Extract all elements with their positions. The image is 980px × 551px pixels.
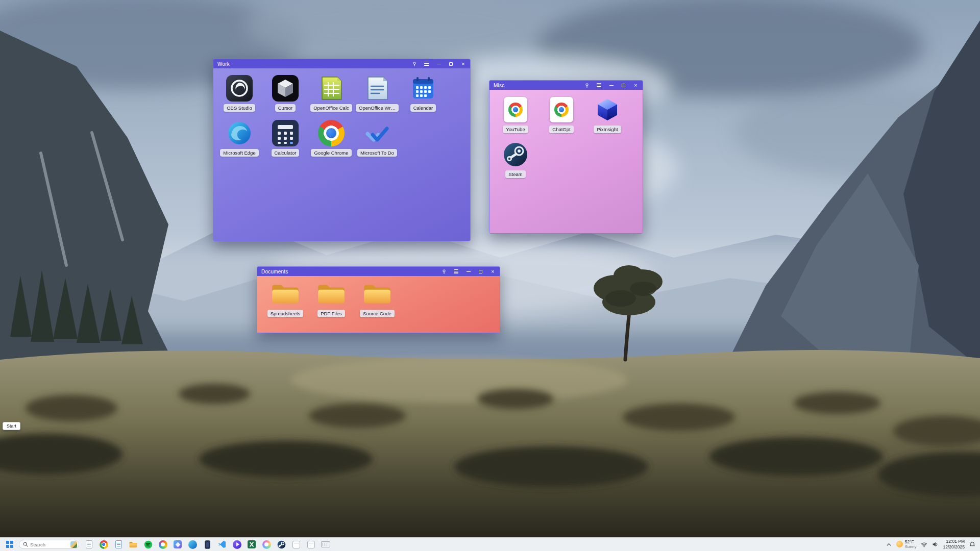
folder-spreadsheets[interactable]: Spreadsheets [262,279,308,324]
window-title: Documents [261,269,288,274]
weather-widget[interactable]: 52°F Sunny [896,540,917,549]
volume-icon[interactable] [932,541,938,547]
shortcut-calculator[interactable]: Calculator [262,118,308,163]
openoffice-writer-icon [364,73,390,103]
folder-icon [315,279,347,309]
pin-icon[interactable] [411,60,418,67]
clock[interactable]: 12:01 PM 12/20/2025 [943,539,965,549]
shortcut-label: PixInsight [594,126,621,133]
taskbar-spotify-icon[interactable] [143,539,153,549]
shortcut-google-chrome[interactable]: Google Chrome [308,118,354,163]
web-shortcut-icon [504,95,527,124]
window-documents[interactable]: Documents × Spreadsheets PDF Files [257,266,500,333]
system-tray: 52°F Sunny 12:01 PM 12/20/2025 [886,539,977,549]
taskbar-touch-keyboard-icon[interactable] [321,539,331,549]
search-icon [23,542,28,547]
taskbar-paint-icon[interactable] [158,539,168,549]
shortcut-openoffice-calc[interactable]: OpenOffice Calc [308,73,354,118]
edge-icon [226,118,253,148]
taskbar-notepad-icon[interactable] [84,539,94,549]
steam-icon [502,140,529,169]
window-misc[interactable]: Misc × YouTube ChatGpt PixInsight [489,80,643,234]
menu-icon[interactable] [453,268,459,275]
shortcut-label: OBS Studio [224,104,255,112]
shortcut-label: OpenOffice Calc [310,104,352,112]
taskbar-edge-icon[interactable] [187,539,198,549]
minimize-button[interactable] [435,60,442,67]
maximize-button[interactable] [620,82,627,89]
taskbar-photos-icon[interactable] [173,539,183,549]
misc-titlebar[interactable]: Misc × [489,81,643,90]
pin-icon[interactable] [583,82,590,89]
taskbar-media-player-icon[interactable] [232,539,242,549]
maximize-button[interactable] [448,60,454,67]
taskbar-file-explorer-icon[interactable] [128,539,138,549]
shortcut-label: Microsoft To Do [357,149,397,157]
minimize-button[interactable] [608,82,615,89]
taskbar-phone-link-icon[interactable] [202,539,212,549]
todo-check-icon [364,118,390,148]
work-titlebar[interactable]: Work × [213,59,470,68]
web-shortcut-icon [550,95,573,124]
taskbar-steam-icon[interactable] [276,539,286,549]
shortcut-steam[interactable]: Steam [493,140,538,185]
shortcut-pixinsight[interactable]: PixInsight [584,95,630,140]
obs-studio-icon [226,73,253,103]
shortcut-label: Google Chrome [311,149,351,157]
tray-chevron-up-icon[interactable] [886,542,892,547]
weather-condition: Sunny [905,544,917,549]
taskbar-onenote-icon[interactable] [113,539,124,549]
taskbar-search[interactable] [19,540,79,549]
shortcut-label: Steam [505,170,525,178]
shortcut-label: YouTube [503,126,528,133]
shortcut-label: Cursor [275,104,296,112]
folder-pdf-files[interactable]: PDF Files [308,279,354,324]
shortcut-label: Calculator [272,149,300,157]
menu-icon[interactable] [423,60,430,67]
taskbar-app-window-icon[interactable] [291,539,301,549]
search-highlight-thumbnail [70,541,77,548]
folder-icon [361,279,393,309]
misc-body: YouTube ChatGpt PixInsight Steam [489,90,643,233]
close-button[interactable]: × [489,268,496,275]
shortcut-microsoft-todo[interactable]: Microsoft To Do [354,118,400,163]
shortcut-chatgpt[interactable]: ChatGpt [538,95,584,140]
close-button[interactable]: × [632,82,639,89]
openoffice-calc-icon [318,73,345,103]
shortcut-microsoft-edge[interactable]: Microsoft Edge [216,118,262,163]
taskbar-krita-icon[interactable] [261,539,272,549]
maximize-button[interactable] [477,268,484,275]
folder-label: PDF Files [317,310,345,317]
taskbar-chrome-icon[interactable] [99,539,109,549]
minimize-button[interactable] [465,268,472,275]
documents-titlebar[interactable]: Documents × [257,267,500,276]
start-button[interactable] [4,539,15,550]
documents-body: Spreadsheets PDF Files Source Code [257,276,500,333]
sun-icon [896,541,903,547]
folder-label: Spreadsheets [267,310,304,317]
pin-icon[interactable] [440,268,447,275]
shortcut-calendar[interactable]: Calendar [400,73,446,118]
folder-source-code[interactable]: Source Code [354,279,400,324]
pixinsight-cube-icon [594,95,621,124]
window-work[interactable]: Work × OBS Studio Cursor OpenOffice [213,59,471,241]
shortcut-openoffice-writer[interactable]: OpenOffice Writer [354,73,400,118]
taskbar-vscode-icon[interactable] [217,539,227,549]
shortcut-obs-studio[interactable]: OBS Studio [216,73,262,118]
start-tooltip: Start [3,422,20,430]
shortcut-youtube[interactable]: YouTube [493,95,538,140]
close-button[interactable]: × [460,60,467,67]
shortcut-cursor[interactable]: Cursor [262,73,308,118]
taskbar-excel-icon[interactable] [247,539,257,549]
menu-icon[interactable] [596,82,602,89]
network-icon[interactable] [921,542,927,547]
folder-icon [270,279,301,309]
windows-logo-icon [6,541,13,548]
search-input[interactable] [30,542,68,547]
shortcut-label: ChatGpt [549,126,573,133]
cursor-icon [272,73,299,103]
notification-bell-icon[interactable] [969,541,975,547]
taskbar-app-window-icon-2[interactable] [306,539,316,549]
shortcut-label: Microsoft Edge [220,149,258,157]
weather-temperature: 52°F [905,540,914,545]
